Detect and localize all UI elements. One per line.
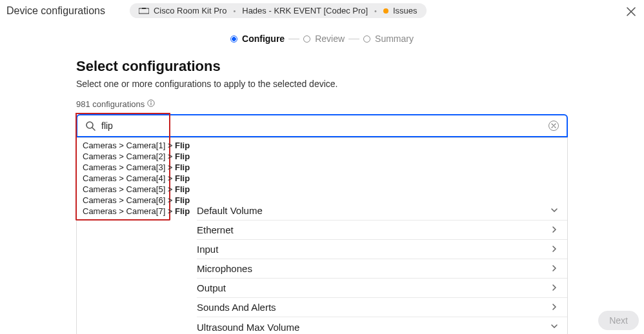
search-field[interactable] <box>76 114 568 137</box>
search-input[interactable] <box>101 121 543 131</box>
device-name-chip: Hades - KRK EVENT [Codec Pro] <box>242 6 368 15</box>
device-model-label: Cisco Room Kit Pro <box>154 6 226 15</box>
category-label: Microphones <box>197 263 252 274</box>
page-title: Device configurations <box>6 5 105 17</box>
chevron-down-icon <box>550 322 558 332</box>
close-icon <box>551 123 556 128</box>
device-status-chip: Issues <box>383 6 418 15</box>
device-icon <box>139 8 149 14</box>
config-count-label: 981 configurations <box>76 99 145 109</box>
category-list: Default VolumeEthernetInputMicrophonesOu… <box>197 201 567 334</box>
suggestion-item[interactable]: Cameras > Camera[4] > Flip <box>77 173 169 184</box>
suggestion-item[interactable]: Cameras > Camera[5] > Flip <box>77 184 169 195</box>
svg-rect-0 <box>139 8 149 14</box>
category-row[interactable]: Default Volume <box>197 201 567 221</box>
section-heading: Select configurations <box>76 58 568 75</box>
category-label: Input <box>197 244 218 255</box>
step-summary: Summary <box>363 34 414 44</box>
category-row[interactable]: Input <box>197 240 567 259</box>
suggestion-item[interactable]: Cameras > Camera[2] > Flip <box>77 151 169 162</box>
next-button[interactable]: Next <box>598 311 639 330</box>
status-dot-icon <box>383 8 388 14</box>
step-review: Review <box>303 34 345 44</box>
device-status-label: Issues <box>393 6 418 15</box>
suggestion-item[interactable]: Cameras > Camera[1] > Flip <box>77 140 169 151</box>
svg-rect-1 <box>142 8 146 9</box>
step-divider-1 <box>288 39 299 39</box>
step-configure: Configure <box>230 34 285 44</box>
category-row[interactable]: Ultrasound Max Volume <box>197 317 567 334</box>
step-divider-2 <box>348 39 359 39</box>
category-label: Output <box>197 282 226 293</box>
chip-separator-1: • <box>233 7 236 15</box>
chevron-down-icon <box>550 206 558 216</box>
chevron-right-icon <box>550 244 558 255</box>
step-configure-label: Configure <box>242 34 285 44</box>
suggestion-item[interactable]: Cameras > Camera[3] > Flip <box>77 162 169 173</box>
chevron-right-icon <box>550 302 558 313</box>
device-model-chip: Cisco Room Kit Pro <box>139 6 226 15</box>
info-icon[interactable] <box>147 99 155 109</box>
category-label: Default Volume <box>197 205 263 216</box>
category-label: Ethernet <box>197 224 234 235</box>
step-radio-active-icon <box>230 35 237 43</box>
step-summary-label: Summary <box>375 34 414 44</box>
category-row[interactable]: Ethernet <box>197 221 567 240</box>
category-label: Sounds And Alerts <box>197 302 276 313</box>
category-row[interactable]: Sounds And Alerts <box>197 298 567 317</box>
category-label: Ultrasound Max Volume <box>197 322 299 333</box>
close-button[interactable] <box>625 5 638 18</box>
config-panel: Cameras > Camera[1] > FlipCameras > Came… <box>76 114 568 334</box>
suggestion-item[interactable]: Cameras > Camera[7] > Flip <box>77 206 169 217</box>
category-row[interactable]: Microphones <box>197 259 567 279</box>
clear-search-button[interactable] <box>548 121 559 131</box>
chip-separator-2: • <box>374 7 377 15</box>
chevron-right-icon <box>550 283 558 293</box>
chevron-right-icon <box>550 225 558 235</box>
chevron-right-icon <box>550 264 558 274</box>
section-subheading: Select one or more configurations to app… <box>76 79 568 89</box>
step-radio-icon <box>303 35 310 43</box>
suggestion-item[interactable]: Cameras > Camera[6] > Flip <box>77 195 169 206</box>
svg-rect-4 <box>151 103 152 105</box>
device-name-label: Hades - KRK EVENT [Codec Pro] <box>242 6 368 15</box>
svg-point-3 <box>150 101 152 103</box>
category-row[interactable]: Output <box>197 279 567 298</box>
close-icon <box>627 7 636 16</box>
device-chip-group: Cisco Room Kit Pro • Hades - KRK EVENT [… <box>130 3 427 18</box>
step-review-label: Review <box>315 34 345 44</box>
step-radio-icon <box>363 35 370 43</box>
search-icon <box>85 121 96 131</box>
search-suggestions-dropdown: Cameras > Camera[1] > FlipCameras > Came… <box>75 139 170 221</box>
stepper: Configure Review Summary <box>0 34 644 44</box>
